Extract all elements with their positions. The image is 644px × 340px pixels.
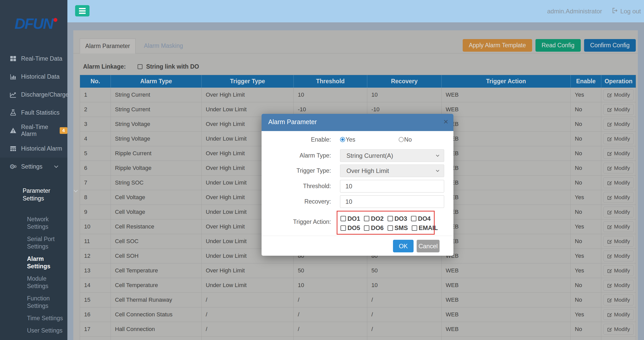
modify-button[interactable]: Modify [603,207,634,217]
modal-title: Alarm Parameter [268,118,317,126]
sidebar-item-parameter-settings[interactable]: Parameter Settings [23,179,61,210]
cell-alarm-type: Ripple Current [111,146,202,161]
apply-alarm-template-button[interactable]: Apply Alarm Template [463,39,532,52]
cell-alarm-type: Cell Resistance [111,219,202,234]
cell-threshold: / [294,322,367,336]
alarm-type-label: Alarm Type: [262,152,331,159]
table-header-row: No. Alarm Type Trigger Type Threshold Re… [80,75,636,88]
cell-enable: No [571,234,601,249]
sidebar-item-module-settings[interactable]: Module Settings [27,275,67,290]
cell-enable: Yes [571,88,601,102]
menu-icon [79,10,86,12]
modify-button[interactable]: Modify [603,295,634,305]
sidebar-item-real-time-alarm[interactable]: Real-Time Alarm 4 [0,122,67,140]
cell-no: 8 [80,190,111,205]
recovery-input[interactable] [340,195,444,208]
sidebar-item-serial-port-settings[interactable]: Serial Port Settings [27,235,67,250]
radio-yes[interactable] [340,137,345,142]
sidebar-item-settings[interactable]: ⚙⚙ Settings [0,158,67,176]
cell-alarm-type: Hall Connection [111,322,202,336]
do2-checkbox[interactable] [364,216,369,221]
cell-alarm-type: String Voltage [111,132,202,146]
cell-alarm-type: Ripple Voltage [111,161,202,175]
modify-button[interactable]: Modify [603,251,634,261]
sidebar-item-real-time-data[interactable]: Real-Time Data [0,50,67,68]
do1-checkbox[interactable] [341,216,346,221]
chevron-down-icon [436,169,439,172]
string-link-checkbox[interactable] [138,64,142,69]
modify-button[interactable]: Modify [603,280,634,291]
cell-recovery: 10 [367,278,442,292]
cell-threshold: / [294,307,367,322]
threshold-input[interactable] [340,180,444,192]
modify-button[interactable]: Modify [603,148,634,159]
alarm-type-select[interactable]: String Current(A) [340,149,444,162]
checkbox-label: SMS [395,224,408,232]
sidebar-item-historical-alarm[interactable]: Historical Alarm [0,140,67,158]
cell-trigger-type: / [202,322,294,336]
close-icon[interactable]: × [443,117,448,126]
checkbox-label: DO3 [395,215,407,222]
sidebar-item-user-settings[interactable]: User Settings [27,327,67,334]
modify-button[interactable]: Modify [603,177,634,188]
table-row: 17 Hall Connection / / / WEB No Modify [80,322,636,337]
tab-alarm-masking[interactable]: Alarm Masking [136,39,191,53]
tab-bar: Alarm Parameter Alarm Masking [80,39,191,53]
cell-operation: Modify [601,205,636,219]
cell-recovery: / [367,307,442,322]
menu-toggle-button[interactable] [75,5,90,16]
cancel-button[interactable]: Cancel [417,240,440,252]
modify-button[interactable]: Modify [603,324,634,335]
settings-tree: ⚙⚙ Settings Parameter Settings Network S… [0,158,67,340]
modify-button[interactable]: Modify [603,265,634,276]
edit-icon [607,283,612,288]
sidebar-item-historical-data[interactable]: Historical Data [0,68,67,86]
cell-recovery: / [367,322,442,336]
radio-no[interactable] [399,137,404,142]
ok-button[interactable]: OK [393,240,414,252]
modify-button[interactable]: Modify [603,104,634,115]
table-row: 16 Cell Connection Status / / / WEB Yes … [80,307,636,322]
do6-checkbox[interactable] [364,225,369,231]
cell-no: 15 [80,293,111,307]
modify-button[interactable]: Modify [603,133,634,144]
cell-enable: No [571,293,601,307]
trigger-action-option-do2: DO2 [364,215,383,222]
cell-operation: Modify [601,102,636,117]
modify-button[interactable]: Modify [603,309,634,320]
tab-alarm-parameter[interactable]: Alarm Parameter [80,39,136,53]
cell-no: 13 [80,263,111,278]
modify-button[interactable]: Modify [603,89,634,100]
email-checkbox[interactable] [412,225,417,231]
sidebar-item-discharge-charge[interactable]: Discharge/Charge [0,86,67,104]
modify-button[interactable]: Modify [603,119,634,130]
cell-enable: No [571,161,601,175]
app: DFUN Real-Time Data Historical Data D [0,0,644,340]
sidebar-item-time-settings[interactable]: Time Settings [27,315,67,322]
trigger-type-select[interactable]: Over High Limit [340,164,444,177]
modify-button[interactable]: Modify [603,236,634,247]
sidebar-item-function-settings[interactable]: Function Settings [27,295,67,310]
sidebar-item-label: Real-Time Alarm [21,124,56,137]
trigger-action-row-2: DO5DO6SMSEMAIL [341,224,434,232]
sidebar-item-alarm-settings[interactable]: Alarm Settings [27,255,67,270]
read-config-button[interactable]: Read Config [535,39,581,52]
cell-no: 16 [80,307,111,322]
modify-button[interactable]: Modify [603,163,634,173]
do3-checkbox[interactable] [388,216,393,221]
do4-checkbox[interactable] [411,216,416,221]
sidebar-item-fault-statistics[interactable]: Fault Statistics [0,104,67,122]
confirm-config-button[interactable]: Confirm Config [584,39,636,52]
alarm-linkage-label: Alarm Linkage: [83,63,126,70]
logout-button[interactable]: Log out [612,7,641,15]
sms-checkbox[interactable] [388,225,393,231]
cell-trigger-action: WEB [442,322,571,336]
cell-alarm-type: Cell Voltage [111,190,202,205]
do5-checkbox[interactable] [341,225,346,231]
modify-button[interactable]: Modify [603,221,634,232]
cell-trigger-type [202,337,294,340]
sidebar-item-network-settings[interactable]: Network Settings [27,216,67,231]
logo-red-dot [53,18,57,22]
bar-chart-icon [9,73,17,80]
modify-button[interactable]: Modify [603,192,634,203]
